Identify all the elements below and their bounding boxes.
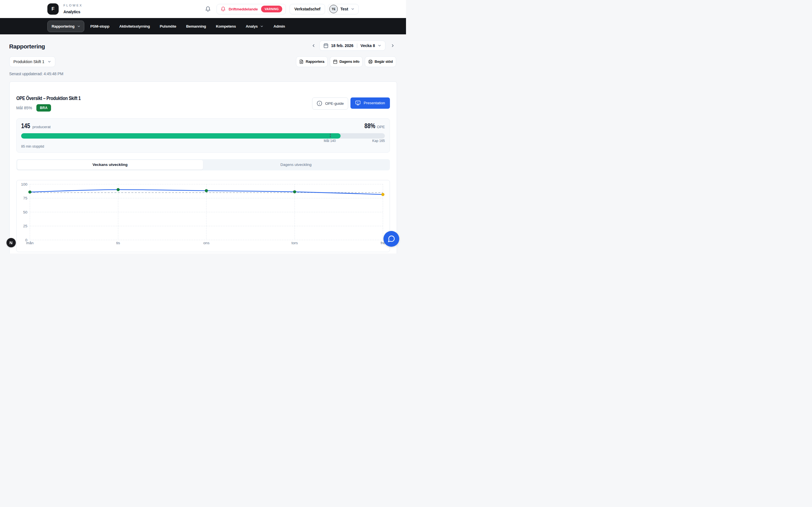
svg-text:mån: mån	[26, 241, 33, 245]
svg-text:tis: tis	[116, 241, 120, 245]
svg-text:25: 25	[23, 224, 27, 228]
svg-text:75: 75	[23, 196, 27, 200]
svg-text:tors: tors	[291, 241, 298, 245]
svg-text:50: 50	[23, 210, 27, 214]
svg-text:ons: ons	[203, 241, 209, 245]
svg-text:100: 100	[21, 182, 28, 186]
